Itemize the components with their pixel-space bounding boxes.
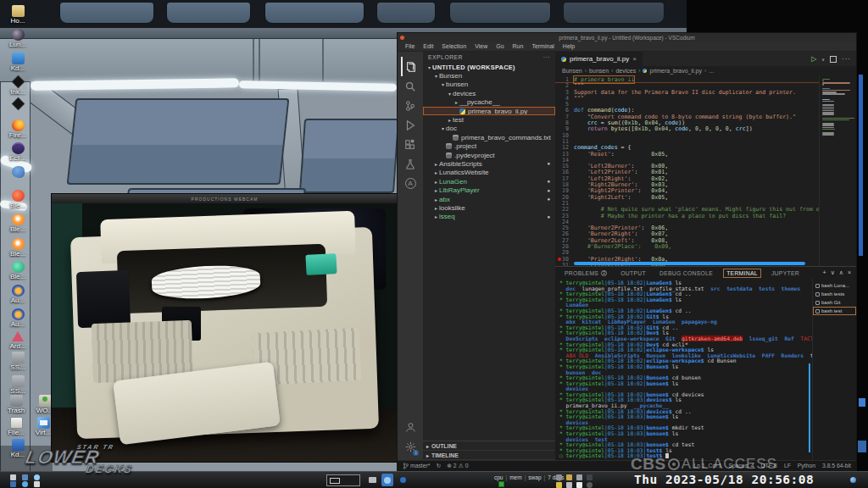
tree-item--pydevproject[interactable]: .pydevproject <box>423 151 555 159</box>
desktop-icon-ink-[interactable]: Ink... <box>5 75 31 96</box>
breadcrumb-item[interactable]: ... <box>709 68 714 74</box>
menu-item-view[interactable]: View <box>470 43 492 49</box>
launcher-icon[interactable] <box>22 474 28 480</box>
desktop-icon-kd-[interactable]: Kd... <box>5 439 31 458</box>
desktop-icon-trash[interactable]: Trash <box>3 395 29 414</box>
panel-tab-jupyter[interactable]: JUPYTER <box>769 269 802 277</box>
tree-item-lunagen[interactable]: ▸LunaGen● <box>423 177 555 186</box>
desktop-icon-ble-[interactable]: Ble... <box>5 261 31 280</box>
tree-item-doc[interactable]: ▾doc <box>423 125 555 133</box>
launcher-icon[interactable] <box>22 481 28 487</box>
search-icon[interactable] <box>401 76 420 96</box>
tree-item--pycache-[interactable]: ▸__pycache__ <box>423 98 555 107</box>
terminal-list-item[interactable]: bash Luna... <box>813 281 856 290</box>
run-dropdown-icon[interactable]: ∨ <box>821 57 825 62</box>
tree-item-ansiblescripts[interactable]: ▸AnsibleScripts● <box>423 159 555 168</box>
accounts-icon[interactable] <box>401 418 420 437</box>
minimap[interactable] <box>819 75 856 266</box>
desktop-icon-ss-[interactable]: SS... <box>5 352 31 371</box>
workspace-pager[interactable] <box>326 474 360 486</box>
run-python-file-button[interactable]: ▷ <box>811 55 816 63</box>
desktop-icon-fire-[interactable]: Fire... <box>5 119 31 139</box>
code-editor[interactable]: 1# primera_bravo_ii2"""3Support data for… <box>555 75 819 266</box>
sync-status[interactable]: ↻ <box>436 463 441 469</box>
terminal-scrollbar[interactable] <box>809 363 810 452</box>
outline-section[interactable]: ▸OUTLINE <box>423 441 555 451</box>
tree-item-devices[interactable]: ▾devices <box>423 89 555 97</box>
menu-item-selection[interactable]: Selection <box>437 43 470 49</box>
monitor-label-cpu[interactable]: cpu <box>494 474 503 480</box>
timeline-section[interactable]: ▸TIMELINE <box>423 451 555 460</box>
menu-item-edit[interactable]: Edit <box>419 43 437 49</box>
desktop-icon-ble-[interactable]: Ble... <box>5 214 31 233</box>
tree-item--project[interactable]: .project <box>423 142 555 151</box>
language-mode-status[interactable]: Python <box>798 463 815 469</box>
tray-icon[interactable] <box>566 482 572 488</box>
explorer-more-actions-icon[interactable]: ··· <box>543 54 550 60</box>
desktop-icon-ss-[interactable]: SS... <box>5 375 31 395</box>
webcam-window[interactable]: PRODUCTIONS WEBCAM LG <box>51 193 398 463</box>
desktop-icon-file-[interactable]: File... <box>3 417 29 436</box>
explorer-icon[interactable] <box>401 57 420 76</box>
tree-item-bunsen[interactable]: ▾Bunsen <box>423 71 555 80</box>
tab-primera-bravo-ii[interactable]: primera_bravo_ii.py × <box>555 52 643 66</box>
taskbar-clock[interactable]: Thu 2023-05/18 20:56:08 <box>634 473 814 486</box>
horizontal-scrollbar[interactable] <box>574 262 805 265</box>
terminal-list-item[interactable]: bash tests <box>813 290 856 298</box>
panel-tab-problems[interactable]: PROBLEMS2 <box>562 269 609 277</box>
system-monitor-labels[interactable]: cpu|mem|swap|7 days <box>494 474 564 480</box>
close-panel-icon[interactable]: × <box>848 269 851 276</box>
python-interpreter-status[interactable]: 3.8.5 64-bit <box>822 463 851 469</box>
tree-item-primera-bravo-ii-py[interactable]: primera_bravo_ii.py <box>423 107 555 115</box>
breadcrumb-item[interactable]: Bunsen <box>562 68 582 74</box>
desktop-icon-ecli-[interactable]: Ecli... <box>5 142 31 162</box>
problems-status[interactable]: ⊗2⚠0 <box>447 463 468 469</box>
desktop-icon-ho-[interactable]: Ho... <box>5 5 31 25</box>
menu-item-go[interactable]: Go <box>492 43 508 49</box>
encoding-status[interactable]: UTF-8 <box>761 463 777 469</box>
menu-item-file[interactable]: File <box>401 43 419 49</box>
tree-item-untitled-workspace-[interactable]: ▾UNTITLED (WORKSPACE) <box>423 63 555 71</box>
tree-item-lsseq[interactable]: ▸lsseq● <box>423 213 555 221</box>
terminal-dropdown-icon[interactable]: ∨ <box>831 269 835 276</box>
settings-gear-icon[interactable]: 1 <box>401 437 420 457</box>
launcher-icon[interactable] <box>10 474 16 480</box>
panel-tab-terminal[interactable]: TERMINAL <box>724 269 760 277</box>
tray-green-icon[interactable] <box>498 481 504 487</box>
tray-icon[interactable] <box>556 474 562 480</box>
desktop-icon-au-[interactable]: Au... <box>5 285 31 304</box>
taskbar-window-button-active[interactable] <box>381 474 393 486</box>
tray-icon[interactable] <box>576 482 582 488</box>
tree-item-librayplayer[interactable]: ▸LibRayPlayer● <box>423 186 555 194</box>
run-debug-icon[interactable] <box>401 115 420 135</box>
desktop-icon-ard-[interactable]: Ard... <box>5 330 31 350</box>
tray-icon[interactable] <box>587 482 593 488</box>
taskbar-launchers[interactable] <box>10 474 54 487</box>
maximize-panel-icon[interactable]: ∧ <box>839 269 843 276</box>
desktop-icon-ble-[interactable]: Ble... <box>5 238 31 258</box>
split-editor-icon[interactable] <box>830 56 837 63</box>
source-control-icon[interactable] <box>401 96 420 115</box>
desktop-icon-au-[interactable]: Au... <box>5 308 31 328</box>
desktop-icon-kd-[interactable]: Kd... <box>5 53 31 72</box>
desktop-icon-ble-[interactable]: Ble... <box>5 190 31 209</box>
breadcrumb-item[interactable]: bunsen <box>589 68 609 74</box>
launcher-icon[interactable] <box>34 481 40 487</box>
monitor-label-swap[interactable]: swap <box>528 474 541 480</box>
eol-status[interactable]: LF <box>784 463 791 469</box>
breadcrumb-item[interactable]: primera_bravo_ii.py <box>649 68 701 74</box>
menu-item-run[interactable]: Run <box>509 43 528 49</box>
arepl-icon[interactable]: A <box>401 174 420 193</box>
monitor-label-mem[interactable]: mem <box>509 474 521 480</box>
terminal-list-item[interactable]: bash test <box>813 307 856 315</box>
tray-icon[interactable] <box>556 482 562 488</box>
indentation-status[interactable]: Spaces: 4 <box>728 463 754 469</box>
menu-item-help[interactable]: Help <box>559 43 579 49</box>
new-terminal-icon[interactable]: + <box>823 269 826 276</box>
tab-close-icon[interactable]: × <box>632 55 637 63</box>
terminal[interactable]: * terry@sintel|05-18 18:02|LunaGen$ ls d… <box>555 279 812 460</box>
taskbar-window-button[interactable] <box>397 474 409 486</box>
tree-item-test[interactable]: ▸test <box>423 115 555 124</box>
breadcrumb-item[interactable]: devices <box>615 68 636 74</box>
launcher-icon[interactable] <box>34 474 40 480</box>
